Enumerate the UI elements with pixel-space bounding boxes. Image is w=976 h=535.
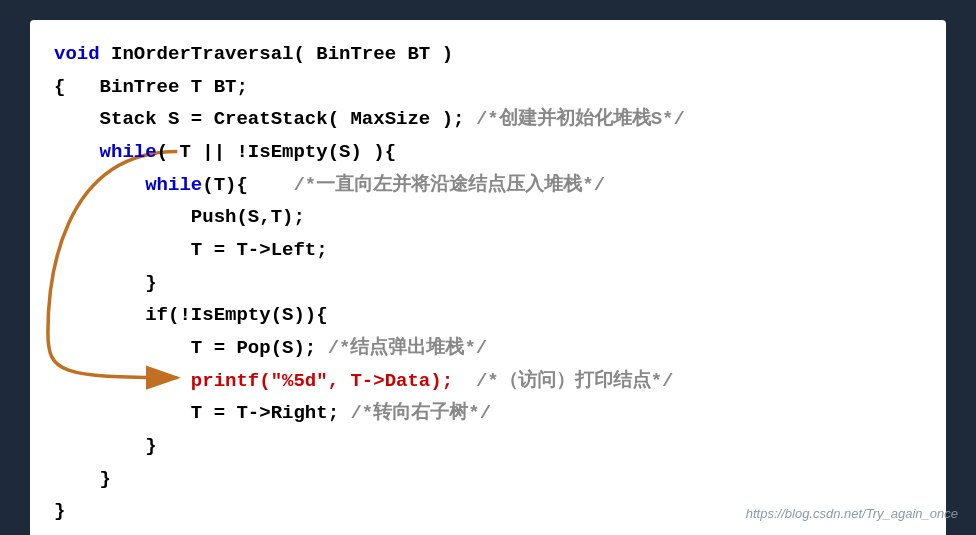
code-line-8: } xyxy=(54,267,922,300)
code-text: (T){ xyxy=(202,169,293,202)
keyword-void: void xyxy=(54,38,100,71)
comment-text: /*结点弹出堆栈*/ xyxy=(328,332,488,365)
code-text: Stack S = CreatStack( MaxSize ); xyxy=(54,103,476,136)
code-line-6: Push(S,T); xyxy=(54,201,922,234)
code-line-4: while( T || !IsEmpty(S) ){ xyxy=(54,136,922,169)
comment-text: /*一直向左并将沿途结点压入堆栈*/ xyxy=(293,169,605,202)
keyword-while2: while xyxy=(145,169,202,202)
code-text: T = T->Left; xyxy=(54,234,328,267)
code-line-3: Stack S = CreatStack( MaxSize ); /*创建并初始… xyxy=(54,103,922,136)
code-block: void InOrderTraversal( BinTree BT ) { Bi… xyxy=(30,20,946,535)
code-line-5: while(T){ /*一直向左并将沿途结点压入堆栈*/ xyxy=(54,169,922,202)
code-text: } xyxy=(54,495,65,528)
code-line-11: printf("%5d", T->Data); /*（访问）打印结点*/ xyxy=(54,365,922,398)
watermark: https://blog.csdn.net/Try_again_once xyxy=(746,506,958,521)
code-text xyxy=(54,169,145,202)
code-line-7: T = T->Left; xyxy=(54,234,922,267)
code-text: Push(S,T); xyxy=(54,201,305,234)
code-line-13: } xyxy=(54,430,922,463)
code-line-14: } xyxy=(54,463,922,496)
code-text: } xyxy=(54,267,157,300)
code-text: { BinTree T BT; xyxy=(54,71,248,104)
comment-text: /*转向右子树*/ xyxy=(350,397,491,430)
code-line-9: if(!IsEmpty(S)){ xyxy=(54,299,922,332)
code-text: T = T->Right; xyxy=(54,397,350,430)
code-line-1: void InOrderTraversal( BinTree BT ) xyxy=(54,38,922,71)
code-text: InOrderTraversal( BinTree BT ) xyxy=(100,38,453,71)
printf-statement: printf("%5d", T->Data); xyxy=(191,365,453,398)
code-text: } xyxy=(54,430,157,463)
code-text xyxy=(453,365,476,398)
code-line-12: T = T->Right; /*转向右子树*/ xyxy=(54,397,922,430)
code-text: } xyxy=(54,463,111,496)
code-text xyxy=(54,365,191,398)
comment-text: /*（访问）打印结点*/ xyxy=(476,365,674,398)
code-container: void InOrderTraversal( BinTree BT ) { Bi… xyxy=(0,0,976,535)
code-text xyxy=(54,136,100,169)
code-text: if(!IsEmpty(S)){ xyxy=(54,299,328,332)
code-line-2: { BinTree T BT; xyxy=(54,71,922,104)
keyword-while: while xyxy=(100,136,157,169)
code-text: ( T || !IsEmpty(S) ){ xyxy=(157,136,396,169)
comment-text: /*创建并初始化堆栈S*/ xyxy=(476,103,685,136)
code-line-10: T = Pop(S); /*结点弹出堆栈*/ xyxy=(54,332,922,365)
code-text: T = Pop(S); xyxy=(54,332,328,365)
